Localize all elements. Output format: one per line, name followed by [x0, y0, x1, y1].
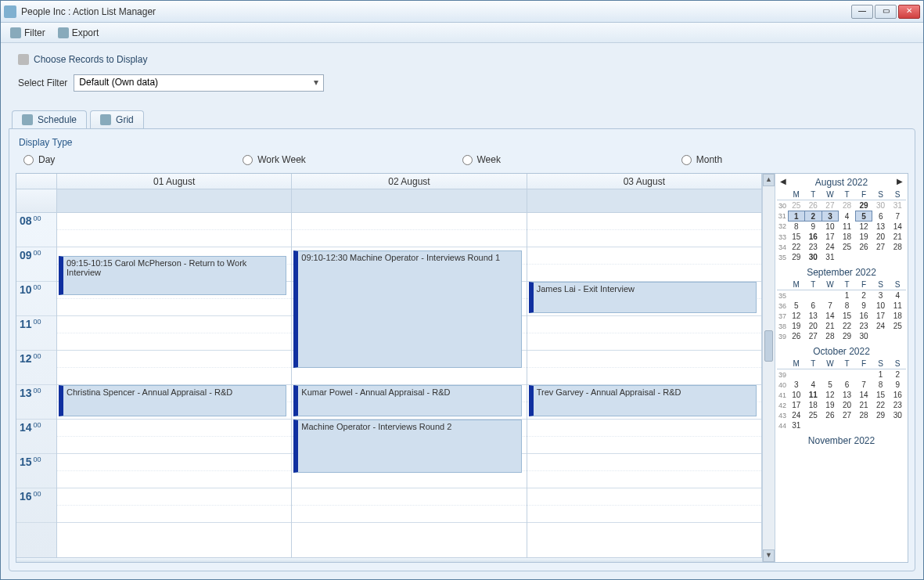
display-type-day[interactable]: Day — [23, 154, 243, 165]
calendar-day[interactable]: 7 — [855, 380, 872, 390]
time-cell[interactable] — [527, 213, 761, 230]
time-cell[interactable] — [57, 230, 291, 247]
calendar-day[interactable]: 20 — [839, 400, 856, 410]
time-cell[interactable] — [292, 368, 526, 385]
calendar-day[interactable]: 10 — [822, 222, 839, 232]
calendar-day[interactable]: 15 — [839, 311, 856, 321]
time-cell[interactable] — [292, 213, 526, 230]
calendar-day[interactable]: 1 — [872, 369, 890, 380]
scroll-up-arrow[interactable]: ▲ — [763, 174, 775, 186]
select-filter-dropdown[interactable]: Default (Own data) — [74, 74, 324, 92]
time-cell[interactable] — [57, 506, 291, 523]
calendar-day[interactable]: 6 — [805, 301, 822, 311]
choose-records-button[interactable]: Choose Records to Display — [9, 48, 915, 74]
time-cell[interactable] — [57, 420, 291, 437]
calendar-day[interactable]: 13 — [872, 222, 890, 232]
calendar-day[interactable]: 28 — [889, 242, 906, 252]
appointment[interactable]: Christina Spencer - Annual Appraisal - R… — [59, 385, 286, 416]
calendar-day[interactable]: 19 — [855, 232, 872, 242]
allday-cell-2[interactable] — [527, 189, 762, 212]
calendar-day[interactable]: 17 — [822, 232, 839, 242]
calendar-day[interactable]: 23 — [889, 400, 906, 410]
time-cell[interactable] — [527, 437, 761, 454]
calendar-day[interactable]: 19 — [788, 321, 805, 331]
display-type-week[interactable]: Week — [462, 154, 681, 165]
time-cell[interactable] — [57, 299, 291, 316]
calendar-day[interactable]: 19 — [822, 400, 839, 410]
time-cell[interactable] — [527, 316, 761, 333]
calendar-day[interactable]: 1 — [788, 211, 805, 222]
calendar-day[interactable]: 26 — [788, 331, 805, 341]
calendar-day[interactable]: 31 — [889, 200, 906, 211]
calendar-day[interactable]: 21 — [822, 321, 839, 331]
calendar-day[interactable]: 16 — [805, 232, 822, 242]
calendar-day[interactable]: 17 — [872, 311, 890, 321]
calendar-day[interactable]: 11 — [805, 390, 822, 400]
calendar-day[interactable]: 28 — [855, 410, 872, 420]
time-cell[interactable] — [57, 368, 291, 385]
time-cell[interactable] — [527, 506, 761, 523]
calendar-day[interactable]: 26 — [805, 200, 822, 211]
calendar-day[interactable]: 25 — [839, 242, 856, 252]
appointment[interactable]: 09:15-10:15 Carol McPherson - Return to … — [59, 256, 286, 295]
time-cell[interactable] — [527, 265, 761, 282]
calendar-day[interactable]: 14 — [822, 311, 839, 321]
calendar-day[interactable]: 20 — [805, 321, 822, 331]
tab-schedule[interactable]: Schedule — [12, 110, 87, 128]
calendar-day[interactable]: 14 — [855, 390, 872, 400]
calendar-day[interactable]: 21 — [889, 232, 906, 242]
calendar-day[interactable]: 6 — [872, 211, 890, 222]
tab-grid[interactable]: Grid — [90, 110, 144, 128]
minimize-button[interactable]: — — [851, 5, 873, 19]
calendar-day[interactable]: 29 — [855, 200, 872, 211]
calendar-day[interactable]: 28 — [839, 200, 856, 211]
calendar-day[interactable]: 7 — [822, 301, 839, 311]
calendar-day[interactable]: 15 — [872, 390, 890, 400]
resize-handle[interactable] — [16, 557, 762, 562]
calendar-day[interactable]: 18 — [889, 311, 906, 321]
prev-month-button[interactable]: ◀ — [780, 177, 786, 186]
calendar-day[interactable]: 27 — [839, 410, 856, 420]
appointment[interactable]: Kumar Powel - Annual Appraisal - R&D — [293, 385, 521, 416]
time-cell[interactable] — [57, 471, 291, 488]
display-type-month[interactable]: Month — [681, 154, 901, 165]
calendar-day[interactable]: 24 — [872, 321, 890, 331]
calendar-day[interactable]: 31 — [822, 252, 839, 262]
calendar-day[interactable]: 4 — [889, 290, 906, 301]
calendar-day[interactable]: 1 — [839, 290, 856, 301]
calendar-day[interactable]: 9 — [889, 380, 906, 390]
calendar-day[interactable]: 3 — [788, 380, 805, 390]
calendar-day[interactable]: 25 — [805, 410, 822, 420]
calendar-day[interactable]: 12 — [822, 390, 839, 400]
time-cell[interactable] — [527, 351, 761, 368]
calendar-day[interactable]: 21 — [855, 400, 872, 410]
calendar-day[interactable]: 18 — [839, 232, 856, 242]
calendar-day[interactable]: 22 — [839, 321, 856, 331]
day-col-1[interactable]: 09:10-12:30 Machine Operator - Interview… — [292, 213, 527, 557]
calendar-day[interactable]: 2 — [805, 211, 822, 222]
time-cell[interactable] — [527, 420, 761, 437]
time-cell[interactable] — [292, 506, 526, 523]
calendar-day[interactable]: 5 — [822, 380, 839, 390]
maximize-button[interactable]: ▭ — [875, 5, 897, 19]
day-col-0[interactable]: 09:15-10:15 Carol McPherson - Return to … — [57, 213, 292, 557]
day-header-1[interactable]: 02 August — [292, 174, 527, 189]
time-cell[interactable] — [57, 488, 291, 506]
calendar-day[interactable]: 20 — [872, 232, 890, 242]
calendar-day[interactable]: 3 — [872, 290, 890, 301]
calendar-day[interactable]: 4 — [839, 211, 856, 222]
calendar-day[interactable]: 18 — [805, 400, 822, 410]
calendar-day[interactable]: 26 — [855, 242, 872, 252]
time-cell[interactable] — [527, 454, 761, 471]
calendar-day[interactable]: 23 — [805, 242, 822, 252]
calendar-day[interactable]: 9 — [805, 222, 822, 232]
time-cell[interactable] — [57, 213, 291, 230]
calendar-day[interactable]: 2 — [889, 369, 906, 380]
calendar-day[interactable]: 27 — [872, 242, 890, 252]
time-cell[interactable] — [57, 316, 291, 333]
calendar-day[interactable]: 24 — [788, 410, 805, 420]
allday-cell-1[interactable] — [292, 189, 527, 212]
calendar-day[interactable]: 10 — [788, 390, 805, 400]
calendar-day[interactable]: 8 — [872, 380, 890, 390]
calendar-day[interactable]: 12 — [788, 311, 805, 321]
